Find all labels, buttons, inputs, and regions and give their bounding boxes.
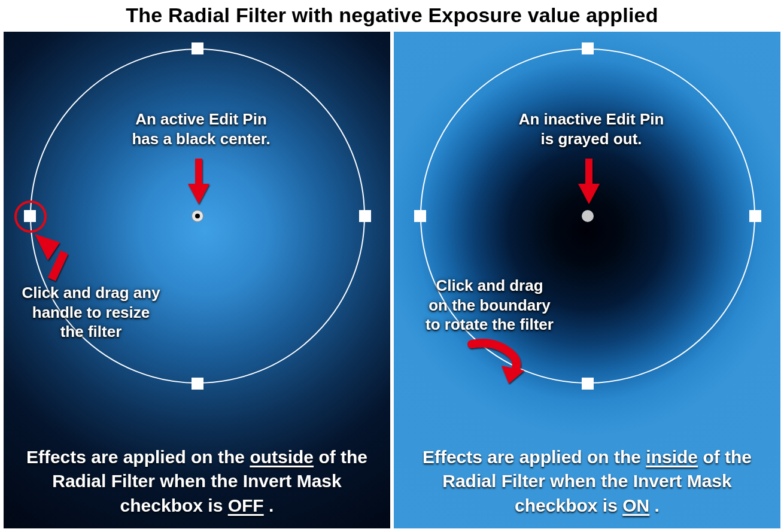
svg-marker-1 [188, 184, 209, 204]
caption-invert-off: Effects are applied on the outside of th… [4, 445, 390, 518]
arrow-down-icon [576, 156, 602, 208]
caption-underline-area: inside [646, 447, 698, 467]
arrow-down-icon [186, 156, 212, 208]
svg-marker-3 [35, 234, 60, 260]
caption-text: . [655, 495, 660, 515]
resize-handle-top[interactable] [192, 42, 203, 54]
panel-invert-on: An inactive Edit Pin is grayed out. Clic… [394, 32, 780, 528]
caption-underline-state: OFF [228, 495, 264, 515]
highlight-circle [14, 200, 47, 233]
svg-marker-6 [502, 366, 524, 384]
label-rotate-boundary: Click and drag on the boundary to rotate… [406, 276, 573, 335]
caption-underline-state: ON [622, 495, 649, 515]
diagram-frame: The Radial Filter with negative Exposure… [0, 0, 784, 532]
arrow-upleft-icon [30, 229, 84, 287]
resize-handle-left[interactable] [414, 210, 426, 222]
caption-underline-area: outside [250, 447, 314, 467]
label-resize-handle: Click and drag any handle to resize the … [4, 283, 181, 342]
arrow-rotate-icon [460, 337, 525, 385]
resize-handle-bottom[interactable] [192, 378, 203, 390]
edit-pin-active[interactable] [192, 210, 203, 222]
panel-invert-off: An active Edit Pin has a black center. C… [4, 32, 390, 528]
page-title: The Radial Filter with negative Exposure… [0, 0, 784, 32]
caption-text: Effects are applied on the [26, 447, 245, 467]
edit-pin-inactive[interactable] [582, 210, 594, 222]
label-inactive-pin: An inactive Edit Pin is grayed out. [496, 110, 687, 148]
resize-handle-right[interactable] [749, 210, 761, 222]
resize-handle-bottom[interactable] [582, 378, 594, 390]
caption-text: . [269, 495, 274, 515]
caption-text: Effects are applied on the [423, 447, 641, 467]
caption-invert-on: Effects are applied on the inside of the… [394, 445, 780, 518]
panels-row: An active Edit Pin has a black center. C… [0, 32, 784, 532]
svg-rect-4 [585, 159, 592, 186]
resize-handle-top[interactable] [582, 42, 594, 54]
resize-handle-right[interactable] [359, 210, 371, 222]
svg-rect-0 [195, 159, 202, 186]
label-active-pin: An active Edit Pin has a black center. [105, 110, 297, 148]
svg-marker-5 [578, 184, 600, 204]
